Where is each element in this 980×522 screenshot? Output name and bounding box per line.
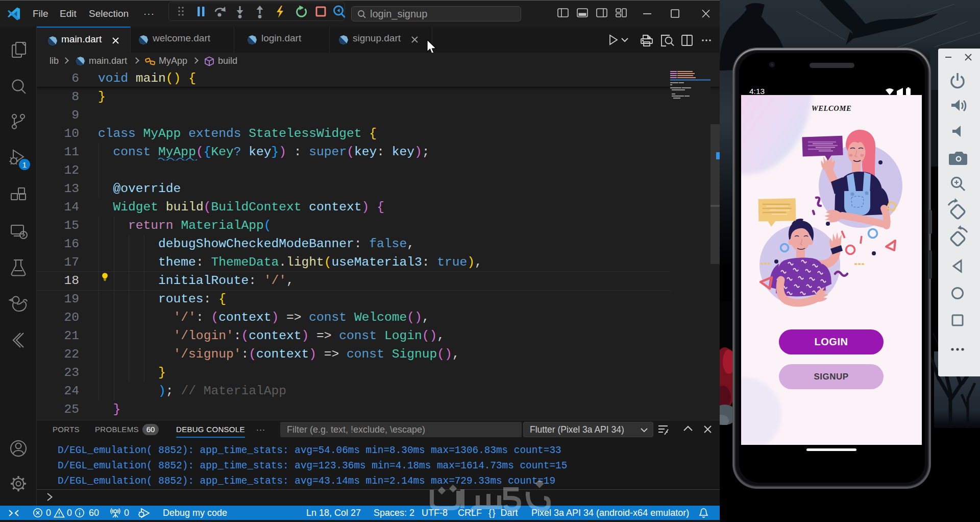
svg-text:1: 1 (22, 160, 27, 169)
